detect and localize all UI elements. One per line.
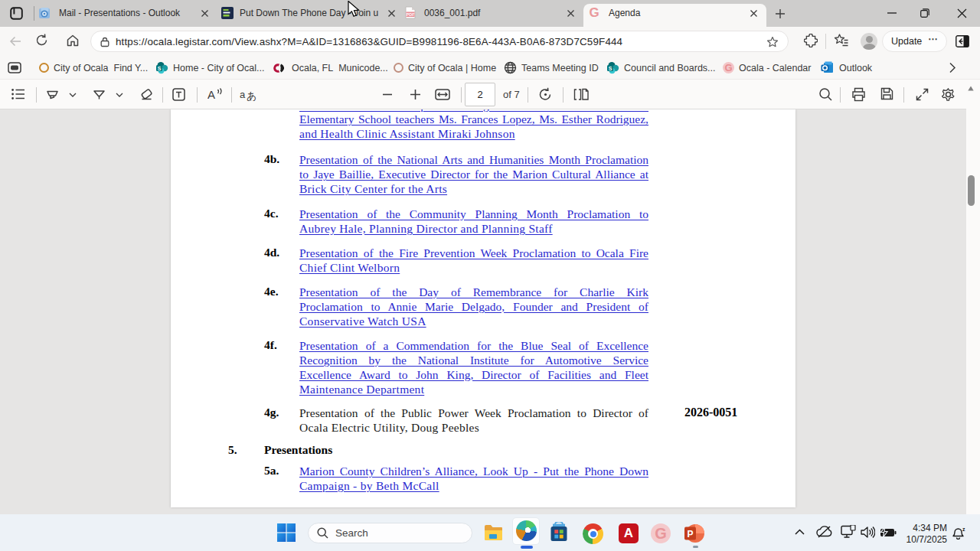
svg-text:S: S <box>158 66 162 71</box>
svg-text:P: P <box>687 529 693 540</box>
svg-text:A: A <box>207 88 215 101</box>
svg-text:a: a <box>240 89 246 100</box>
svg-text:あ: あ <box>247 90 256 102</box>
svg-text:PDF: PDF <box>407 12 416 17</box>
svg-text:z: z <box>962 527 965 532</box>
svg-text:S: S <box>609 66 612 71</box>
